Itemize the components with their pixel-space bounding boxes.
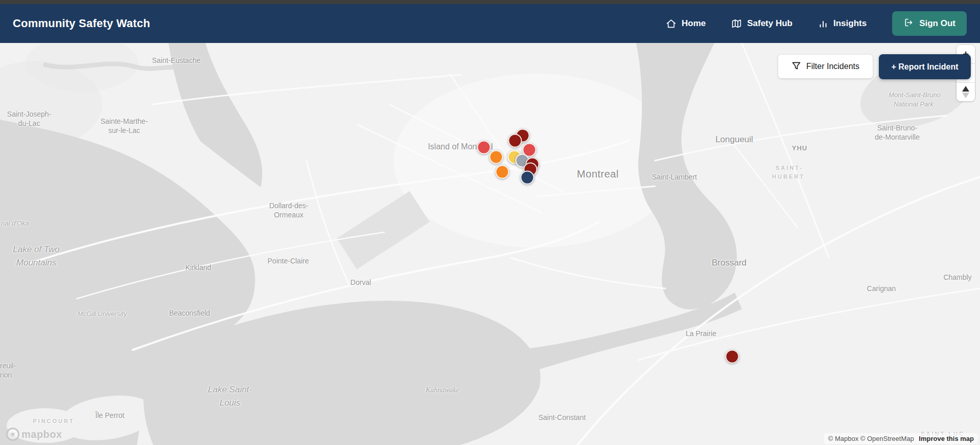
map-place-label: National Park — [894, 100, 934, 108]
map-place-label: Carignan — [867, 284, 896, 293]
compass-south-needle — [962, 93, 969, 98]
map-place-label: de-Montarville — [875, 133, 920, 141]
incident-marker[interactable] — [496, 165, 509, 179]
map-place-label: Kirkland — [185, 263, 212, 272]
compass-north-needle — [962, 86, 969, 92]
improve-map-link[interactable]: Improve this map — [919, 435, 974, 442]
nav-item-insights[interactable]: Insights — [818, 18, 867, 29]
map-place-label: Saint-Constant — [539, 413, 586, 421]
incident-marker[interactable] — [477, 141, 491, 154]
map-place-label: du-Lac — [18, 119, 40, 127]
map-place-label: Brossard — [712, 258, 746, 268]
map-place-label: sur-le-Lac — [108, 126, 140, 135]
map-place-label: rion — [0, 371, 12, 379]
filter-incidents-button[interactable]: Filter Incidents — [778, 55, 873, 78]
map-place-label: La Prairie — [686, 329, 716, 338]
sign-out-icon — [903, 17, 914, 30]
app-title: Community Safety Watch — [13, 17, 150, 30]
report-incident-button[interactable]: + Report Incident — [879, 54, 971, 79]
mapbox-logo[interactable]: ✶ mapbox — [6, 428, 62, 441]
nav-links: Home Safety Hub Insights — [666, 11, 967, 36]
nav-item-safety-hub[interactable]: Safety Hub — [731, 18, 792, 29]
map-place-label: Kahnawake — [426, 386, 459, 394]
map-place-label: Longueuil — [715, 135, 753, 145]
map-place-label: Sainte-Marthe- — [101, 117, 148, 125]
map-place-label: SAINT- — [776, 165, 803, 171]
sign-out-label: Sign Out — [919, 18, 955, 29]
map-place-label: Lake of Two — [13, 244, 59, 255]
map-place-label: Saint-Eustache — [152, 56, 201, 64]
nav-item-home[interactable]: Home — [666, 18, 706, 29]
nav-item-label: Insights — [833, 18, 867, 29]
map-place-label: Saint-Joseph- — [7, 110, 51, 118]
map[interactable]: Saint-EustacheSaint-Joseph-du-LacSainte-… — [0, 43, 980, 445]
sign-out-button[interactable]: Sign Out — [892, 11, 967, 36]
attribution-text: © Mapbox © OpenStreetMap — [828, 435, 914, 442]
window-edge — [0, 0, 980, 4]
map-place-label: reuil- — [0, 362, 16, 370]
incident-marker[interactable] — [521, 171, 534, 185]
map-icon — [731, 18, 742, 29]
map-place-label: Île Perrot — [96, 411, 125, 419]
map-base-layer — [0, 43, 980, 445]
map-place-label: Pointe-Claire — [268, 257, 309, 265]
map-place-label: Chambly — [943, 273, 971, 281]
map-place-label: Mont-Saint-Bruno — [889, 91, 941, 99]
bar-chart-icon — [818, 18, 828, 29]
incident-marker[interactable] — [508, 134, 522, 148]
map-place-label: Dorval — [351, 278, 371, 286]
map-place-label: Saint-Lambert — [652, 173, 697, 181]
incident-marker[interactable] — [489, 150, 503, 164]
map-place-label: Ormeaux — [274, 211, 304, 219]
map-place-label: McGill University — [78, 310, 127, 318]
map-place-label: YHU — [792, 144, 807, 152]
map-place-label: Beaconsfield — [169, 309, 210, 317]
filter-label: Filter Incidents — [806, 62, 859, 71]
map-place-label: Saint-Bruno- — [877, 124, 918, 132]
map-place-label: HUBERT — [772, 173, 805, 180]
mapbox-logo-text: mapbox — [21, 429, 62, 440]
mapbox-logo-icon: ✶ — [6, 428, 19, 441]
navbar: Community Safety Watch Home Safety Hub — [0, 4, 980, 43]
incident-marker[interactable] — [726, 350, 739, 364]
map-place-label: Dollard-des- — [269, 202, 308, 210]
map-place-label: Mountains — [16, 258, 56, 268]
map-place-label: nal d'Oka — [1, 219, 29, 227]
map-attribution: © Mapbox © OpenStreetMap Improve this ma… — [824, 433, 978, 444]
map-place-label: Louis — [220, 398, 241, 408]
compass-button[interactable] — [956, 83, 975, 101]
map-place-label: PINCOURT — [33, 418, 74, 424]
nav-item-label: Safety Hub — [747, 18, 792, 29]
map-place-label: Montreal — [577, 168, 619, 180]
filter-icon — [791, 61, 801, 73]
home-icon — [666, 18, 676, 29]
map-place-label: Lake Saint- — [208, 385, 252, 395]
nav-item-label: Home — [682, 18, 706, 29]
